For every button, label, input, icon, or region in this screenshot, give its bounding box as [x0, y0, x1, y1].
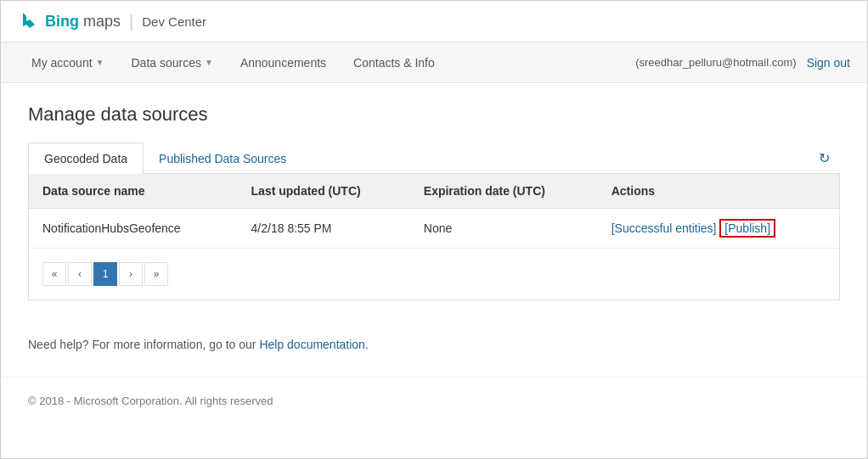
tab-published-data-sources[interactable]: Published Data Sources [144, 143, 302, 174]
help-documentation-link[interactable]: Help documentation. [259, 338, 368, 351]
cell-datasource-name: NotificationHubsGeofence [29, 209, 238, 249]
nav-my-account[interactable]: My account ▼ [18, 44, 118, 81]
main-content: Manage data sources Geocoded Data Publis… [1, 83, 867, 321]
cell-expiration: None [410, 209, 598, 249]
my-account-caret-icon: ▼ [96, 58, 104, 67]
col-header-actions: Actions [598, 174, 839, 209]
refresh-icon[interactable]: ↻ [809, 143, 840, 173]
help-text: Need help? For more information, go to o… [28, 338, 259, 351]
pagination-next-button[interactable]: › [119, 262, 143, 286]
action-publish-link[interactable]: [Publish] [719, 219, 775, 238]
nav-contacts-info[interactable]: Contacts & Info [340, 44, 448, 81]
nav-right: (sreedhar_pelluru@hotmail.com) Sign out [635, 56, 850, 70]
footer: © 2018 - Microsoft Corporation. All righ… [1, 377, 867, 424]
logo-subtitle: Dev Center [142, 14, 206, 29]
data-table: Data source name Last updated (UTC) Expi… [29, 174, 839, 249]
logo-divider: | [129, 12, 133, 31]
help-section: Need help? For more information, go to o… [1, 321, 867, 368]
page-title: Manage data sources [28, 104, 840, 126]
nav-bar: My account ▼ Data sources ▼ Announcement… [1, 42, 867, 83]
footer-text: © 2018 - Microsoft Corporation. All righ… [28, 395, 273, 407]
col-header-expiration: Expiration date (UTC) [410, 174, 598, 209]
action-successful-entities-link[interactable]: [Successful entities] [612, 221, 717, 235]
nav-data-sources[interactable]: Data sources ▼ [118, 44, 227, 81]
pagination-last-button[interactable]: » [144, 262, 168, 286]
cell-last-updated: 4/2/18 8:55 PM [238, 209, 410, 249]
tabs-container: Geocoded Data Published Data Sources ↻ [28, 143, 840, 174]
cell-actions: [Successful entities] [Publish] [598, 209, 839, 249]
nav-announcements[interactable]: Announcements [227, 44, 340, 81]
col-header-name: Data source name [29, 174, 238, 209]
table-row: NotificationHubsGeofence 4/2/18 8:55 PM … [29, 209, 839, 249]
pagination-first-button[interactable]: « [42, 262, 66, 286]
bing-logo-icon [18, 9, 42, 33]
nav-left: My account ▼ Data sources ▼ Announcement… [18, 44, 635, 81]
col-header-last-updated: Last updated (UTC) [238, 174, 410, 209]
logo-brand: Bing maps [45, 13, 121, 31]
data-table-container: Data source name Last updated (UTC) Expi… [28, 174, 840, 300]
logo-bar: Bing maps | Dev Center [1, 1, 867, 42]
table-header-row: Data source name Last updated (UTC) Expi… [29, 174, 839, 209]
tab-geocoded-data[interactable]: Geocoded Data [28, 143, 144, 174]
sign-out-link[interactable]: Sign out [807, 56, 850, 70]
pagination: « ‹ 1 › » [29, 249, 839, 299]
pagination-current-button[interactable]: 1 [93, 262, 117, 286]
pagination-prev-button[interactable]: ‹ [68, 262, 92, 286]
user-email: (sreedhar_pelluru@hotmail.com) [635, 56, 797, 69]
data-sources-caret-icon: ▼ [205, 58, 213, 67]
